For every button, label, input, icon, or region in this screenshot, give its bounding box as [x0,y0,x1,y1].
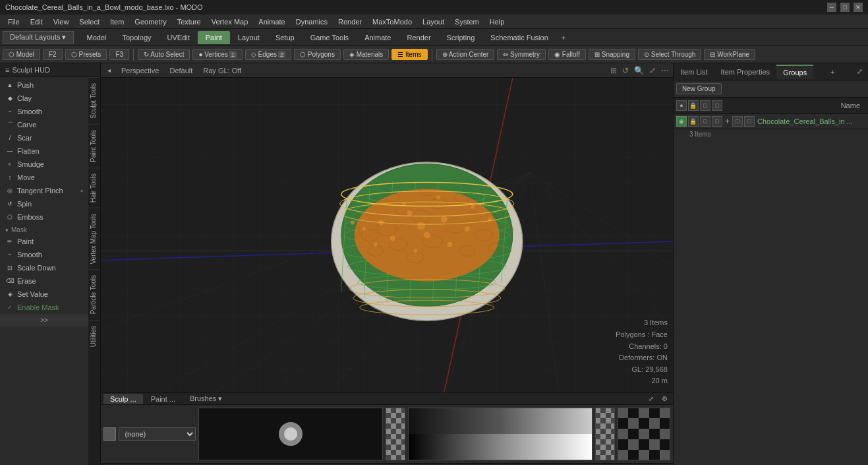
group-item-vis-1[interactable]: □ [700,116,710,127]
texture-preview-3[interactable] [618,408,670,460]
menu-select[interactable]: Select [74,16,105,27]
bottom-expand-icon[interactable]: ⤢ [646,394,656,403]
vert-tab-utilities[interactable]: Utilities [88,320,100,352]
texture-preview-2[interactable] [408,408,593,460]
tool-set-value[interactable]: ◈ Set Value [0,288,88,301]
model-mode-button[interactable]: ⬡ Model [3,49,40,60]
right-tab-groups[interactable]: Groups [776,65,813,79]
falloff-button[interactable]: ◉ Falloff [548,49,586,60]
group-item-plus[interactable]: + [724,117,731,126]
tool-carve[interactable]: ⌒ Carve [0,118,88,131]
group-item-name[interactable]: Chocolate_Cereal_Balls_in ... [756,117,853,125]
tool-move[interactable]: ↕ Move [0,171,88,184]
bottom-settings-icon[interactable]: ⚙ [659,394,670,403]
right-tab-add[interactable]: + [825,65,840,78]
menu-dynamics[interactable]: Dynamics [291,16,333,27]
f3-button[interactable]: F3 [109,49,129,60]
texture-preview-checker-1[interactable] [386,408,405,460]
texture-preview-checker-2[interactable] [595,408,615,460]
menu-layout[interactable]: Layout [417,16,449,27]
tool-smooth[interactable]: ~ Smooth [0,105,88,118]
tool-emboss[interactable]: ⬡ Emboss [0,210,88,224]
vert-tab-vertex-map[interactable]: Vertex Map Tools [88,208,100,270]
viewport-icon-search[interactable]: 🔍 [634,66,644,75]
viewport-icon-grid[interactable]: ⊞ [610,66,617,75]
symmetry-button[interactable]: ⇔ Symmetry [497,49,546,60]
tab-setup[interactable]: Setup [268,31,303,44]
vert-tab-paint[interactable]: Paint Tools [88,124,100,168]
viewport-canvas[interactable]: X Y Z 3 Items Polygons : Face Channels: … [101,78,673,392]
group-vis-1-icon[interactable]: □ [700,100,710,111]
menu-system[interactable]: System [449,16,484,27]
tool-mask-scale-down[interactable]: ⊡ Scale Down [0,261,88,274]
bottom-tab-brushes[interactable]: Brushes ▾ [183,393,229,404]
close-button[interactable]: ✕ [854,3,863,12]
snapping-button[interactable]: ⊞ Snapping [589,49,635,60]
group-eye-all-icon[interactable]: ● [676,100,687,111]
tab-game-tools[interactable]: Game Tools [303,31,357,44]
materials-button[interactable]: ◈ Materials [343,49,389,60]
right-tab-item-list[interactable]: Item List [674,65,714,78]
new-group-button[interactable]: New Group [676,83,722,94]
viewport-icon-rotate[interactable]: ↺ [622,66,629,75]
preset-dropdown[interactable]: (none) [119,427,196,441]
minimize-button[interactable]: ─ [827,3,836,12]
menu-animate[interactable]: Animate [253,16,290,27]
group-item-eye-icon[interactable]: ◉ [676,116,687,127]
group-item-col-1[interactable]: □ [732,116,743,127]
bottom-tab-paint[interactable]: Paint ... [144,394,182,404]
vertices-button[interactable]: ● Vertices 1 [192,49,242,60]
menu-geometry[interactable]: Geometry [129,16,171,27]
viewport-icon-expand[interactable]: ⤢ [649,66,656,75]
bottom-tab-sculp[interactable]: Sculp ... [103,394,143,404]
group-item-lock-icon[interactable]: 🔒 [688,116,699,127]
tab-paint[interactable]: Paint [198,31,230,44]
auto-select-button[interactable]: ↻ Auto Select [138,49,190,60]
edges-button[interactable]: ◇ Edges 2 [245,49,291,60]
items-button[interactable]: ☰ Items [391,49,427,60]
presets-button[interactable]: ⬡ Presets [65,49,107,60]
select-through-button[interactable]: ⊙ Select Through [638,49,701,60]
menu-max-to-modo[interactable]: MaxToModo [367,16,417,27]
group-lock-icon[interactable]: 🔒 [688,100,699,111]
viewport-icon-settings[interactable]: ⋯ [661,66,669,75]
maximize-button[interactable]: □ [840,3,850,12]
tab-animate[interactable]: Animate [357,31,399,44]
menu-edit[interactable]: Edit [25,16,48,27]
tool-flatten[interactable]: — Flatten [0,144,88,158]
default-layout-dropdown[interactable]: Default Layouts ▾ [3,31,74,44]
tool-scar[interactable]: / Scar [0,131,88,144]
vert-tab-sculpt[interactable]: Sculpt Tools [88,77,100,124]
tool-smudge[interactable]: ≈ Smudge [0,158,88,171]
tab-scripting[interactable]: Scripting [439,31,483,44]
vert-tab-hair[interactable]: Hair Tools [88,168,100,208]
menu-render[interactable]: Render [333,16,367,27]
group-item-vis-2[interactable]: □ [712,116,722,127]
polygons-button[interactable]: ⬡ Polygons [294,49,341,60]
tool-tangent-pinch[interactable]: ◎ Tangent Pinch ◂ [0,184,88,197]
menu-item[interactable]: Item [105,16,129,27]
expand-button[interactable]: >> [0,314,88,326]
f2-button[interactable]: F2 [43,49,63,60]
right-expand-btn[interactable]: ⤢ [852,65,868,78]
group-item-col-2[interactable]: □ [744,116,755,127]
texture-preview-1[interactable] [198,408,383,460]
action-center-button[interactable]: ⊕ Action Center [436,49,495,60]
group-vis-2-icon[interactable]: □ [712,100,722,111]
tool-mask-paint[interactable]: ✏ Paint [0,235,88,248]
tool-clay[interactable]: ◆ Clay [0,92,88,105]
menu-vertex-map[interactable]: Vertex Map [206,16,254,27]
tab-uvedit[interactable]: UVEdit [159,31,198,44]
tab-render[interactable]: Render [399,31,438,44]
preset-color-swatch[interactable] [103,427,116,441]
right-tab-item-properties[interactable]: Item Properties [714,65,777,78]
menu-texture[interactable]: Texture [172,16,206,27]
tool-spin[interactable]: ↺ Spin [0,197,88,210]
menu-file[interactable]: File [3,16,25,27]
tab-schematic-fusion[interactable]: Schematic Fusion [482,31,556,44]
menu-help[interactable]: Help [484,16,510,27]
tab-model[interactable]: Model [79,31,115,44]
viewport-back-btn[interactable]: ◂ [105,66,113,75]
tool-mask-smooth[interactable]: ~ Smooth [0,248,88,261]
menu-view[interactable]: View [48,16,74,27]
